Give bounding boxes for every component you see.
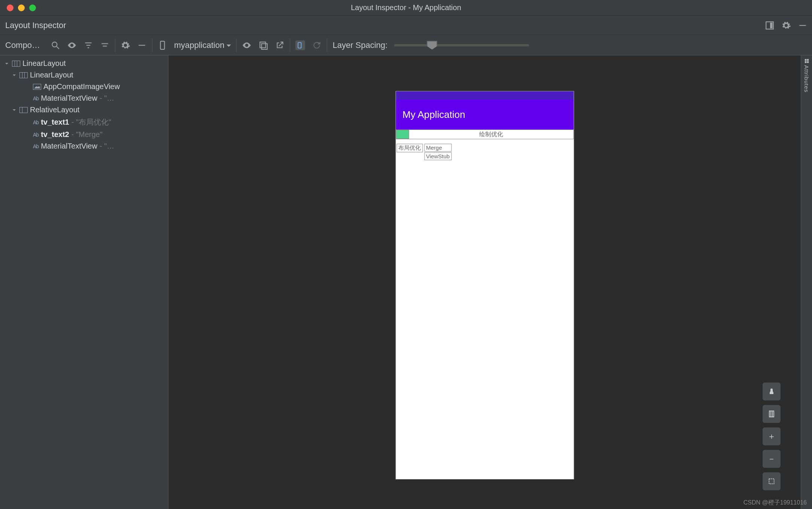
svg-rect-6 [86, 45, 91, 45]
node-label: LinearLayout [30, 71, 73, 79]
process-dropdown[interactable]: myapplication [174, 40, 231, 50]
text-icon: Ab [33, 132, 39, 138]
svg-rect-7 [88, 47, 89, 48]
text-icon: Ab [33, 119, 39, 125]
svg-line-4 [57, 46, 59, 49]
app-title: My Application [402, 109, 465, 121]
tv-text1-preview: 布局优化 [396, 144, 423, 152]
minimize-window-button[interactable] [18, 4, 25, 11]
svg-rect-5 [85, 42, 91, 43]
svg-rect-18 [805, 59, 806, 61]
tree-node-imageview[interactable]: AppCompatImageView [1, 81, 167, 92]
tree-node-linear[interactable]: LinearLayout [1, 69, 167, 81]
node-label: LinearLayout [22, 59, 66, 68]
minimize-panel-icon[interactable] [798, 21, 808, 30]
node-label: RelativeLayout [30, 106, 79, 114]
zoom-fit-button[interactable] [763, 472, 781, 490]
node-label: MaterialTextView [41, 94, 97, 103]
node-suffix: - "… [100, 142, 114, 150]
node-label: AppCompatImageView [43, 82, 120, 91]
window-controls [0, 4, 36, 11]
tree-node-root[interactable]: LinearLayout [1, 58, 167, 69]
image-icon [33, 84, 41, 90]
attributes-rail[interactable]: Attributes [801, 55, 812, 509]
collapse-icon[interactable] [137, 40, 147, 50]
export-icon[interactable] [275, 40, 285, 50]
dock-icon[interactable] [765, 21, 775, 30]
app-bar: My Application [396, 100, 574, 129]
text-icon: Ab [33, 143, 39, 149]
device-icon[interactable] [158, 40, 167, 50]
tool-window-header: Layout Inspector [0, 16, 812, 35]
layout-canvas[interactable]: My Application 绘制优化 布局优化 Merge ViewStub … [168, 55, 801, 509]
live-icon[interactable] [242, 40, 252, 50]
refresh-icon[interactable] [312, 40, 322, 50]
component-tree-panel: LinearLayout LinearLayout AppCompatImage… [0, 55, 168, 509]
layer-spacing-label: Layer Spacing: [332, 40, 387, 50]
eye-icon[interactable] [67, 40, 77, 50]
chevron-down-icon[interactable] [4, 61, 10, 67]
svg-rect-13 [262, 43, 267, 49]
tree-node-relativelayout[interactable]: RelativeLayout [1, 104, 167, 116]
slider-thumb[interactable] [427, 41, 437, 50]
svg-rect-19 [807, 59, 809, 61]
node-label: MaterialTextView [41, 142, 97, 150]
pan-button[interactable] [763, 382, 781, 400]
tree-node-materialtextview[interactable]: Ab MaterialTextView - "… [1, 92, 167, 104]
tree-node-tv-text1[interactable]: Ab tv_text1 - "布局优化" [1, 116, 167, 129]
linearlayout-icon [12, 61, 20, 67]
titlebar: Layout Inspector - My Application [0, 0, 812, 16]
view-controls: ＋ － [763, 382, 781, 490]
close-window-button[interactable] [7, 4, 13, 11]
text-icon: Ab [33, 95, 39, 101]
filter-icon[interactable] [83, 40, 93, 50]
svg-rect-20 [805, 61, 806, 63]
node-label: tv_text1 [41, 118, 69, 127]
search-icon[interactable] [51, 40, 60, 50]
zoom-in-button[interactable]: ＋ [763, 427, 781, 445]
svg-rect-14 [298, 42, 301, 48]
node-label: tv_text2 [41, 130, 69, 139]
gear-icon[interactable] [781, 21, 791, 30]
preview-row-1: 绘制优化 [396, 129, 574, 139]
snapshot-icon[interactable] [258, 40, 268, 50]
attributes-icon [804, 58, 809, 64]
svg-rect-1 [770, 22, 773, 28]
svg-rect-12 [260, 42, 266, 48]
settings-icon[interactable] [121, 40, 130, 50]
node-suffix: - "布局优化" [72, 117, 111, 127]
svg-rect-17 [769, 479, 774, 484]
svg-point-3 [52, 42, 57, 47]
svg-rect-9 [103, 46, 107, 46]
status-bar [396, 91, 574, 100]
layout-bounds-icon[interactable] [295, 40, 305, 50]
zoom-out-button[interactable]: － [763, 450, 781, 468]
svg-rect-10 [139, 45, 145, 45]
svg-rect-2 [799, 25, 806, 25]
green-square [396, 130, 409, 139]
layer-spacing-slider[interactable] [394, 38, 529, 53]
svg-rect-21 [807, 61, 809, 63]
chevron-down-icon[interactable] [11, 72, 17, 78]
tree-node-materialtextview-2[interactable]: Ab MaterialTextView - "… [1, 140, 167, 152]
attributes-label: Attributes [803, 65, 810, 92]
preview-row-2: 布局优化 Merge ViewStub [396, 144, 574, 160]
row1-text: 绘制优化 [409, 131, 573, 138]
filter2-icon[interactable] [100, 40, 110, 50]
chevron-down-icon[interactable] [11, 107, 17, 113]
device-preview[interactable]: My Application 绘制优化 布局优化 Merge ViewStub [396, 91, 574, 479]
window-title: Layout Inspector - My Application [351, 3, 461, 12]
tree-node-tv-text2[interactable]: Ab tv_text2 - "Merge" [1, 129, 167, 140]
node-suffix: - "… [100, 94, 114, 103]
tv-text2-preview: Merge [424, 144, 451, 152]
rotate-3d-button[interactable] [763, 405, 781, 423]
linearlayout-icon [19, 72, 28, 78]
maximize-window-button[interactable] [29, 4, 36, 11]
component-tree-label: Compo… [5, 40, 40, 50]
node-suffix: - "Merge" [72, 130, 103, 139]
svg-rect-11 [161, 41, 165, 49]
tool-window-title: Layout Inspector [0, 21, 66, 30]
inspector-toolbar: Compo… myapplication Layer Spacing: [0, 35, 812, 55]
svg-rect-8 [101, 43, 108, 44]
relativelayout-icon [19, 107, 28, 113]
